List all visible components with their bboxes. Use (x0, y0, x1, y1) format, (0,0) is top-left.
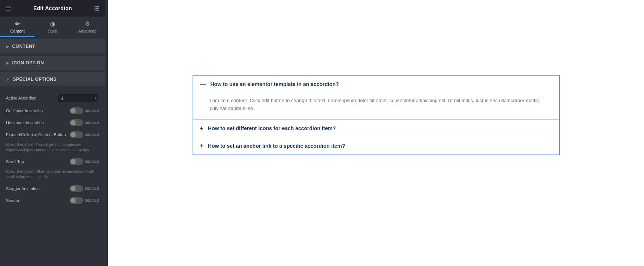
scroll-top-note: Note : If enabled, When you click on acc… (0, 168, 105, 183)
scroll-top-toggle-wrapper: DISABLE (70, 158, 99, 165)
section-icon-option-header[interactable]: ▶ Icon Option (0, 55, 105, 70)
sidebar-tabs: ✏ Content ◑ Style ⚙ Advanced (0, 16, 105, 37)
accordion-item-2: + How to set different icons for each ac… (193, 120, 559, 137)
scroll-top-toggle[interactable] (70, 158, 83, 165)
section-special-options-arrow: ▼ (6, 77, 10, 82)
tab-content[interactable]: ✏ Content (0, 16, 35, 37)
accordion-item-1-body: I am item content. Click edit button to … (193, 93, 559, 119)
style-tab-icon: ◑ (50, 20, 55, 27)
section-special-options-header[interactable]: ▼ Special Options (0, 72, 105, 87)
sidebar: ☰ Edit Accordion ⊞ ✏ Content ◑ Style ⚙ A… (0, 0, 105, 266)
on-hover-toggle-label: DISABLE (85, 109, 99, 113)
horizontal-accordion-label: Horizontal Accordion (6, 120, 44, 125)
section-content-arrow: ▶ (6, 45, 9, 49)
accordion-item-1: — How to use an elementor template in an… (193, 76, 559, 120)
on-hover-accordion-label: On Hover Accordion (6, 108, 43, 113)
menu-icon[interactable]: ☰ (5, 4, 11, 12)
advanced-tab-label: Advanced (78, 29, 97, 33)
sidebar-scrollable-content: ▶ Content ▶ Icon Option ▼ Special Option… (0, 37, 105, 266)
stagger-toggle-wrapper: DISABLE (70, 185, 99, 192)
tab-advanced[interactable]: ⚙ Advanced (70, 16, 105, 37)
on-hover-toggle-wrapper: DISABLE (70, 107, 99, 114)
section-icon-option-arrow: ▶ (6, 61, 9, 65)
accordion-item-3-title: How to set an anchor link to a specific … (208, 143, 345, 149)
expand-collapse-row: Expand/Collapse Content Button DISABLE (0, 129, 105, 141)
expand-collapse-toggle[interactable] (70, 131, 83, 138)
active-accordion-select[interactable]: 1 2 3 (58, 94, 99, 102)
search-toggle-label: DISABLE (85, 199, 99, 202)
sidebar-header: ☰ Edit Accordion ⊞ (0, 0, 105, 16)
accordion-item-2-header[interactable]: + How to set different icons for each ac… (193, 120, 559, 137)
stagger-toggle[interactable] (70, 185, 83, 192)
active-accordion-select-wrapper: 1 2 3 (58, 94, 99, 102)
special-options-form: Active Accordion 1 2 3 On Hover Accordio… (0, 87, 105, 211)
accordion-item-3-header[interactable]: + How to set an anchor link to a specifi… (193, 137, 559, 155)
active-accordion-label: Active Accordion (6, 96, 36, 100)
accordion-item-3: + How to set an anchor link to a specifi… (193, 137, 559, 155)
content-tab-icon: ✏ (15, 20, 20, 27)
expand-collapse-label: Expand/Collapse Content Button (6, 132, 66, 137)
search-label: Search (6, 198, 19, 203)
horizontal-toggle-wrapper: DISABLE (70, 119, 99, 126)
expand-collapse-toggle-wrapper: DISABLE (70, 131, 99, 138)
grid-icon[interactable]: ⊞ (94, 4, 100, 12)
scroll-top-row: Scroll Top DISABLE (0, 156, 105, 168)
section-content-label: Content (12, 44, 36, 49)
search-toggle-wrapper: DISABLE (70, 197, 99, 204)
expand-collapse-toggle-label: DISABLE (85, 133, 99, 137)
stagger-animation-row: Stagger Animation DISABLE (0, 183, 105, 195)
scroll-top-label: Scroll Top (6, 159, 24, 164)
main-content: — How to use an elementor template in an… (108, 0, 644, 266)
accordion-item-1-icon: — (200, 81, 206, 88)
accordion-item-1-title: How to use an elementor template in an a… (211, 81, 339, 87)
stagger-toggle-label: DISABLE (85, 187, 99, 190)
section-special-options-label: Special Options (13, 77, 57, 82)
accordion-item-1-header[interactable]: — How to use an elementor template in an… (193, 76, 559, 93)
section-icon-option-label: Icon Option (12, 60, 44, 65)
resize-handle[interactable]: ⋮ (105, 0, 108, 266)
horizontal-toggle-label: DISABLE (85, 121, 99, 125)
search-toggle[interactable] (70, 197, 83, 204)
horizontal-toggle[interactable] (70, 119, 83, 126)
accordion-item-3-icon: + (200, 143, 203, 149)
on-hover-toggle[interactable] (70, 107, 83, 114)
on-hover-accordion-row: On Hover Accordion DISABLE (0, 105, 105, 117)
search-row: Search DISABLE (0, 195, 105, 207)
scroll-top-toggle-label: DISABLE (85, 160, 99, 163)
accordion-item-2-title: How to set different icons for each acco… (208, 125, 336, 131)
stagger-animation-label: Stagger Animation (6, 186, 40, 191)
accordion-item-2-icon: + (200, 125, 203, 132)
tab-style[interactable]: ◑ Style (35, 16, 70, 37)
horizontal-accordion-row: Horizontal Accordion DISABLE (0, 117, 105, 129)
active-accordion-row: Active Accordion 1 2 3 (0, 91, 105, 105)
accordion-widget: — How to use an elementor template in an… (193, 75, 560, 155)
style-tab-label: Style (48, 29, 57, 33)
sidebar-title: Edit Accordion (33, 5, 72, 11)
content-tab-label: Content (10, 29, 25, 33)
advanced-tab-icon: ⚙ (85, 20, 90, 27)
expand-collapse-note: Note : If enabled, You will get button o… (0, 141, 105, 156)
section-content-header[interactable]: ▶ Content (0, 39, 105, 54)
